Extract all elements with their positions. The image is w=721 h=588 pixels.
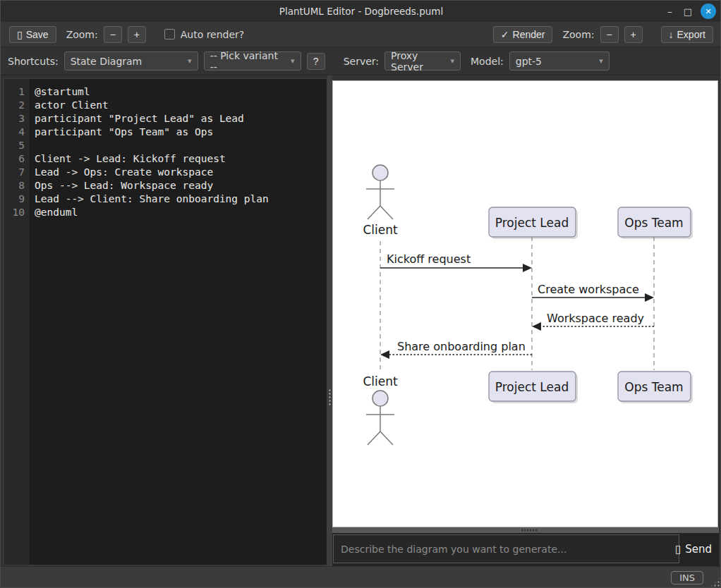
code-line: 2actor Client bbox=[4, 99, 327, 112]
shortcuts-label: Shortcuts: bbox=[8, 56, 59, 67]
participant-label: Ops Team bbox=[624, 216, 683, 230]
line-number: 5 bbox=[4, 139, 30, 152]
message-label: Create workspace bbox=[538, 283, 639, 296]
code-text: Ops --> Lead: Workspace ready bbox=[30, 179, 213, 192]
participant-label: Project Lead bbox=[495, 216, 569, 230]
code-text: participant "Ops Team" as Ops bbox=[30, 125, 213, 139]
splitter-grip-icon bbox=[328, 388, 332, 407]
close-button[interactable]: ✕ bbox=[701, 4, 716, 19]
server-label: Server: bbox=[344, 56, 379, 67]
save-button[interactable]: ▯ Save bbox=[9, 26, 56, 43]
participant-label: Project Lead bbox=[495, 380, 569, 394]
line-number: 4 bbox=[4, 125, 30, 139]
model-select[interactable]: gpt-5 ▾ bbox=[509, 51, 610, 71]
code-line: 4participant "Ops Team" as Ops bbox=[4, 125, 327, 139]
message-workspace-ready: Workspace ready bbox=[532, 312, 654, 331]
participant-label: Ops Team bbox=[624, 380, 683, 394]
preview-zoom-out-button[interactable]: − bbox=[600, 26, 619, 43]
arrowhead-left bbox=[380, 350, 389, 359]
close-icon: ✕ bbox=[705, 7, 711, 16]
line-number: 7 bbox=[4, 166, 30, 179]
export-arrow-icon: ↓ bbox=[669, 29, 674, 40]
vertical-splitter[interactable] bbox=[327, 75, 332, 566]
code-text: actor Client bbox=[30, 99, 109, 112]
code-text bbox=[30, 139, 35, 152]
render-check-icon: ✓ bbox=[501, 29, 509, 40]
editor-zoom-out-button[interactable]: − bbox=[104, 26, 122, 43]
message-label: Workspace ready bbox=[547, 312, 644, 325]
chevron-down-icon: ▾ bbox=[599, 56, 603, 66]
model-value: gpt-5 bbox=[516, 56, 542, 67]
actor-client-top: Client bbox=[363, 165, 398, 237]
arrowhead-left bbox=[532, 322, 541, 331]
title-bar: PlantUML Editor - Dogbreeds.puml – □ ✕ bbox=[1, 1, 721, 22]
server-select[interactable]: Proxy Server ▾ bbox=[384, 51, 461, 71]
code-text: Lead --> Client: Share onboarding plan bbox=[30, 192, 269, 206]
preview-zoom-label: Zoom: bbox=[562, 29, 594, 40]
prompt-bar: ▯ Send bbox=[332, 533, 719, 566]
sequence-diagram-svg: Client Project Lead Ops Team Kickoff req… bbox=[333, 81, 717, 527]
arrowhead-right bbox=[523, 264, 532, 272]
prompt-input[interactable] bbox=[333, 534, 679, 563]
actor-head bbox=[372, 391, 388, 406]
line-number: 2 bbox=[4, 99, 30, 112]
minimize-button[interactable]: – bbox=[667, 1, 672, 22]
insert-mode-badge: INS bbox=[671, 571, 703, 584]
message-share-onboarding-plan: Share onboarding plan bbox=[380, 340, 532, 359]
send-icon: ▯ bbox=[675, 543, 681, 556]
send-label: Send bbox=[685, 543, 712, 556]
main-toolbar: ▯ Save Zoom: − + Auto render? ✓ Render Z… bbox=[1, 22, 721, 47]
participant-ops-bottom: Ops Team bbox=[618, 372, 693, 403]
render-label: Render bbox=[513, 29, 545, 40]
code-line: 7Lead -> Ops: Create workspace bbox=[4, 166, 327, 179]
server-value: Proxy Server bbox=[391, 50, 443, 73]
save-label: Save bbox=[26, 29, 49, 40]
maximize-button[interactable]: □ bbox=[684, 1, 692, 22]
chevron-down-icon: ▾ bbox=[451, 56, 455, 66]
message-label: Share onboarding plan bbox=[397, 340, 526, 353]
help-button[interactable]: ? bbox=[307, 53, 325, 70]
actor-label: Client bbox=[363, 374, 398, 388]
diagram-type-value: State Diagram bbox=[71, 56, 143, 67]
send-button[interactable]: ▯ Send bbox=[671, 534, 716, 563]
code-text: participant "Project Lead" as Lead bbox=[30, 112, 244, 125]
code-editor[interactable]: 1@startuml 2actor Client 3participant "P… bbox=[4, 78, 327, 565]
participant-ops-top: Ops Team bbox=[618, 207, 693, 239]
diagram-type-select[interactable]: State Diagram ▾ bbox=[64, 51, 198, 71]
code-line: 1@startuml bbox=[4, 85, 327, 99]
variant-value: -- Pick variant -- bbox=[210, 50, 284, 73]
message-kickoff-request: Kickoff request bbox=[380, 252, 532, 272]
auto-render-label: Auto render? bbox=[181, 29, 245, 40]
code-text: @enduml bbox=[30, 206, 78, 219]
diagram-preview: Client Project Lead Ops Team Kickoff req… bbox=[332, 80, 718, 527]
export-button[interactable]: ↓ Export bbox=[661, 26, 713, 43]
preview-zoom-in-button[interactable]: + bbox=[624, 26, 643, 43]
export-label: Export bbox=[677, 29, 705, 40]
shortcuts-bar: Shortcuts: State Diagram ▾ -- Pick varia… bbox=[1, 47, 721, 75]
auto-render-checkbox[interactable] bbox=[164, 29, 175, 39]
chevron-down-icon: ▾ bbox=[188, 56, 192, 66]
variant-select[interactable]: -- Pick variant -- ▾ bbox=[204, 51, 301, 71]
editor-zoom-in-button[interactable]: + bbox=[128, 26, 146, 43]
horizontal-splitter[interactable] bbox=[332, 527, 719, 533]
code-text: Lead -> Ops: Create workspace bbox=[30, 166, 213, 179]
line-number: 3 bbox=[4, 112, 30, 125]
actor-client-bottom: Client bbox=[363, 374, 398, 445]
render-button[interactable]: ✓ Render bbox=[493, 26, 553, 43]
chevron-down-icon: ▾ bbox=[291, 56, 295, 66]
window-title: PlantUML Editor - Dogbreeds.puml bbox=[1, 1, 721, 22]
code-line: 6Client -> Lead: Kickoff request bbox=[4, 152, 327, 166]
participant-lead-bottom: Project Lead bbox=[489, 372, 578, 403]
code-line: 9Lead --> Client: Share onboarding plan bbox=[4, 192, 327, 206]
code-area[interactable]: 1@startuml 2actor Client 3participant "P… bbox=[4, 79, 327, 565]
message-label: Kickoff request bbox=[387, 252, 471, 266]
status-bar: INS bbox=[1, 566, 721, 588]
code-line: 8Ops --> Lead: Workspace ready bbox=[4, 179, 327, 192]
save-icon: ▯ bbox=[17, 29, 23, 40]
code-text: @startuml bbox=[30, 85, 90, 99]
line-number: 10 bbox=[4, 206, 30, 219]
model-label: Model: bbox=[471, 56, 504, 67]
resize-grip-icon[interactable] bbox=[710, 577, 720, 587]
actor-label: Client bbox=[363, 223, 398, 237]
line-number: 1 bbox=[4, 85, 30, 99]
